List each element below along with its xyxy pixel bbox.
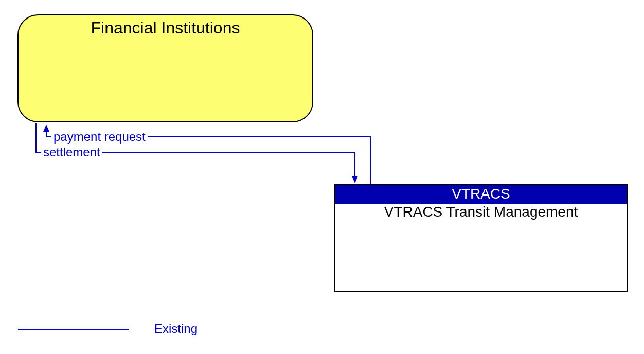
node-financial-institutions-title: Financial Institutions xyxy=(19,19,312,38)
node-financial-institutions: Financial Institutions xyxy=(17,14,313,122)
node-vtracs-header: VTRACS xyxy=(335,185,627,204)
node-vtracs-subtitle: VTRACS Transit Management xyxy=(335,204,627,220)
flow-settlement-label: settlement xyxy=(41,145,102,160)
node-vtracs: VTRACS VTRACS Transit Management xyxy=(334,184,628,292)
diagram-canvas: payment request settlement Financial Ins… xyxy=(0,0,644,354)
flow-payment-request-label: payment request xyxy=(51,130,148,144)
legend-existing-label: Existing xyxy=(154,322,198,336)
